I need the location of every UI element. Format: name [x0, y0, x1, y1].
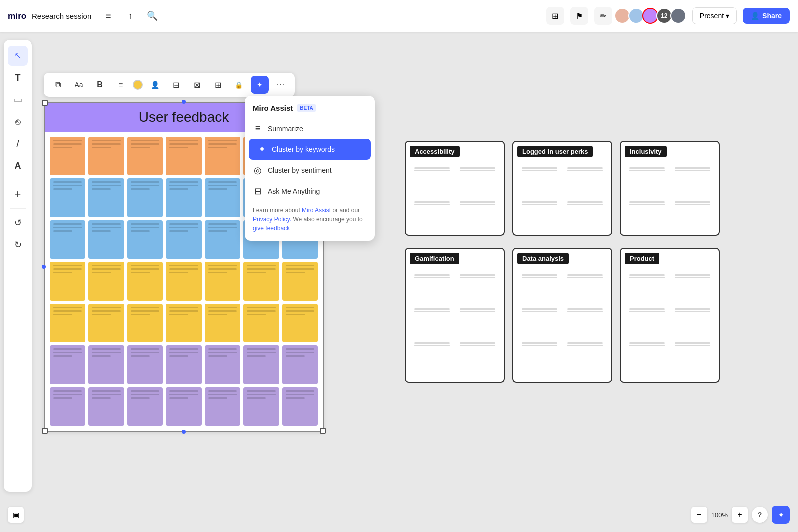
text-tool[interactable]: T [8, 68, 28, 88]
sticky-note[interactable] [282, 262, 318, 300]
help-button[interactable]: ? [752, 507, 768, 523]
sticky-note[interactable] [166, 178, 202, 217]
selection-handle-tm[interactable] [182, 100, 186, 104]
sticky-note[interactable] [205, 346, 240, 384]
selection-handle-ml[interactable] [42, 265, 46, 269]
redo-button[interactable]: ↻ [8, 235, 28, 255]
sticky-note[interactable] [518, 164, 561, 196]
sticky-note[interactable] [282, 304, 318, 342]
layout1-button[interactable]: ⊟ [167, 76, 185, 94]
sticky-note[interactable] [50, 304, 86, 342]
sticky-note[interactable] [411, 198, 454, 230]
person-button[interactable]: 👤 [146, 76, 164, 94]
bold-button[interactable]: B [91, 76, 109, 94]
feedback-link[interactable]: give feedback [253, 225, 290, 232]
align-button[interactable]: ≡ [112, 76, 130, 94]
board-title[interactable]: Research session [32, 12, 92, 20]
sticky-note[interactable] [672, 306, 714, 336]
sticky-note[interactable] [564, 198, 606, 230]
selection-handle-br[interactable] [320, 428, 326, 434]
sticky-note[interactable] [282, 388, 318, 426]
flag-button[interactable]: ⚑ [570, 7, 588, 25]
sticky-note[interactable] [456, 306, 499, 336]
present-button[interactable]: Present ▾ [692, 8, 737, 24]
sticky-note[interactable] [564, 164, 606, 196]
share-icon-button[interactable]: ↑ [122, 7, 140, 25]
marker-tool[interactable]: A [8, 156, 28, 176]
sticky-note[interactable] [50, 137, 86, 176]
color-picker[interactable] [133, 80, 143, 90]
sticky-note[interactable] [166, 346, 202, 384]
sticky-note[interactable] [205, 262, 240, 300]
ai-apps-button[interactable]: ⊞ [546, 7, 564, 25]
sticky-note[interactable] [88, 388, 124, 426]
add-tool[interactable]: + [8, 184, 28, 204]
sticky-note[interactable] [244, 262, 279, 300]
panel-toggle-button[interactable]: ▣ [8, 507, 24, 523]
sticky-note[interactable] [128, 220, 163, 259]
layout3-button[interactable]: ⊞ [209, 76, 227, 94]
sticky-note[interactable] [672, 164, 714, 196]
sticky-note[interactable] [626, 306, 668, 336]
cursor-tool[interactable]: ↖ [8, 46, 28, 66]
sticky-note[interactable] [166, 220, 202, 259]
privacy-link[interactable]: Privacy Policy. [253, 216, 292, 223]
selection-handle-tl[interactable] [42, 100, 48, 106]
share-button[interactable]: 👤 Share [743, 8, 790, 24]
font-button[interactable]: Aa [70, 76, 88, 94]
sticky-note[interactable] [456, 272, 499, 302]
sticky-note[interactable] [564, 340, 606, 370]
sticky-note[interactable] [88, 137, 124, 176]
selection-handle-bl[interactable] [42, 428, 48, 434]
sticky-note[interactable] [88, 304, 124, 342]
ask-anything-option[interactable]: ⊟ Ask Me Anything [245, 181, 375, 202]
sticky-note[interactable] [244, 388, 279, 426]
sticky-note[interactable] [205, 304, 240, 342]
sticky-note[interactable] [50, 178, 86, 217]
note-tool[interactable]: ▭ [8, 90, 28, 110]
cluster-sentiment-option[interactable]: ◎ Cluster by sentiment [245, 160, 375, 181]
search-button[interactable]: 🔍 [144, 7, 162, 25]
sticky-note[interactable] [626, 272, 668, 302]
zoom-in-button[interactable]: + [732, 507, 748, 523]
sticky-note[interactable] [626, 198, 668, 230]
sticky-note[interactable] [518, 340, 561, 370]
sticky-note[interactable] [128, 137, 163, 176]
copy-frame-button[interactable]: ⧉ [49, 76, 67, 94]
sticky-note[interactable] [456, 340, 499, 370]
more-options-button[interactable]: ··· [272, 76, 290, 94]
sticky-note[interactable] [244, 346, 279, 384]
sticky-note[interactable] [626, 340, 668, 370]
layout2-button[interactable]: ⊠ [188, 76, 206, 94]
sticky-note[interactable] [50, 220, 86, 259]
sticky-note[interactable] [411, 164, 454, 196]
sticky-note[interactable] [518, 306, 561, 336]
sticky-note[interactable] [244, 304, 279, 342]
ai-fab-button[interactable]: ✦ [772, 506, 790, 524]
sticky-note[interactable] [88, 220, 124, 259]
sticky-note[interactable] [128, 346, 163, 384]
sticky-note[interactable] [518, 272, 561, 302]
sticky-note[interactable] [672, 340, 714, 370]
lock-button[interactable]: 🔒 [230, 76, 248, 94]
sticky-note[interactable] [411, 272, 454, 302]
sticky-note[interactable] [128, 262, 163, 300]
sticky-note[interactable] [128, 304, 163, 342]
sticky-note[interactable] [205, 137, 240, 176]
sticky-note[interactable] [564, 272, 606, 302]
summarize-option[interactable]: ≡ Summarize [245, 118, 375, 139]
sticky-note[interactable] [166, 388, 202, 426]
selection-handle-bm[interactable] [182, 430, 186, 434]
sticky-note[interactable] [166, 137, 202, 176]
undo-button[interactable]: ↺ [8, 213, 28, 233]
sticky-note[interactable] [564, 306, 606, 336]
sticky-note[interactable] [456, 164, 499, 196]
sticky-note[interactable] [88, 178, 124, 217]
miro-assist-link[interactable]: Miro Assist [302, 207, 331, 214]
sticky-note[interactable] [50, 262, 86, 300]
sticky-note[interactable] [205, 388, 240, 426]
sticky-note[interactable] [672, 272, 714, 302]
sticky-note[interactable] [88, 262, 124, 300]
sticky-note[interactable] [128, 178, 163, 217]
sticky-note[interactable] [672, 198, 714, 230]
